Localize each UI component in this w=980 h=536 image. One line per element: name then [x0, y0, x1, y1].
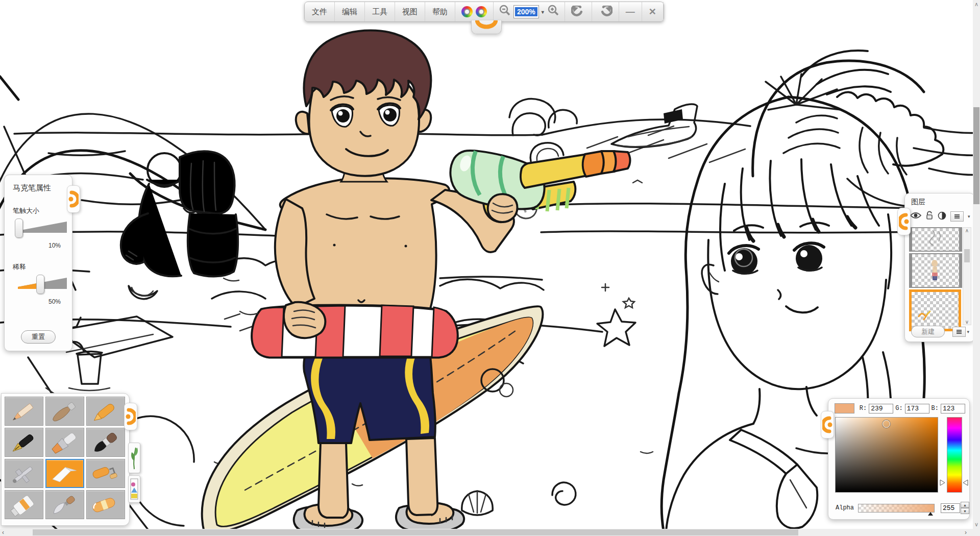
- brush-size-slider[interactable]: [12, 220, 67, 237]
- alpha-input[interactable]: [941, 503, 960, 513]
- zoom-in-icon[interactable]: [547, 4, 560, 19]
- horizontal-scroll-thumb[interactable]: [33, 529, 798, 535]
- layers-drag-handle[interactable]: [897, 208, 911, 235]
- slider-track[interactable]: [18, 222, 67, 233]
- palette-drag-handle[interactable]: [124, 403, 137, 430]
- slider-handle[interactable]: [36, 275, 44, 294]
- tool-eraser[interactable]: [86, 490, 125, 519]
- menu-file[interactable]: 文件: [305, 2, 335, 21]
- scroll-down-icon[interactable]: ∨: [973, 521, 980, 528]
- reset-button[interactable]: 重置: [21, 330, 56, 344]
- r-label: R:: [860, 405, 867, 412]
- brush-size-value: 10%: [5, 242, 61, 249]
- blend-dropdown-icon[interactable]: ▾: [968, 214, 970, 219]
- alpha-marker[interactable]: [928, 512, 933, 516]
- panel-drag-handle[interactable]: [67, 185, 80, 213]
- plant-icon: [130, 446, 138, 470]
- vertical-scroll-thumb[interactable]: [973, 107, 979, 204]
- minimize-button[interactable]: —: [619, 2, 642, 21]
- spinner-up-icon[interactable]: ▲: [961, 502, 969, 508]
- rainbow-target-icon: [476, 6, 487, 17]
- layer-item-3-selected[interactable]: [909, 289, 961, 331]
- undo-button[interactable]: [565, 2, 592, 21]
- blend-mode-button[interactable]: [950, 211, 964, 222]
- color-picker-panel: R: G: B: Alpha ▲ ▼: [828, 398, 970, 520]
- new-layer-button[interactable]: 新建: [911, 326, 945, 337]
- scroll-down-icon[interactable]: ∨: [965, 319, 969, 325]
- layer-scrollbar[interactable]: ∧ ∨: [963, 227, 971, 325]
- scroll-thumb[interactable]: [964, 249, 970, 262]
- alpha-spinner: ▲ ▼: [961, 502, 969, 514]
- tool-ink-brush[interactable]: [86, 428, 125, 457]
- tool-marker[interactable]: [45, 459, 84, 488]
- redo-icon: [598, 6, 612, 18]
- menu-edit[interactable]: 编辑: [335, 2, 365, 21]
- smile-icon: [475, 20, 498, 32]
- layers-panel: 图层 ▾ ∧ ∨ 新建 ▾: [904, 193, 975, 342]
- tool-palette-knife[interactable]: [45, 490, 84, 519]
- b-label: B:: [932, 405, 939, 412]
- picture-brush-tab[interactable]: [128, 475, 140, 503]
- b-input[interactable]: [941, 404, 965, 413]
- app-logo-buttons[interactable]: [455, 2, 494, 21]
- zoom-dropdown-icon[interactable]: ▾: [539, 9, 547, 15]
- scroll-up-icon[interactable]: ∧: [973, 1, 980, 8]
- visibility-eye-icon[interactable]: [910, 212, 921, 221]
- toolbar: 文件 编辑 工具 视图 帮助 200% ▾ — ✕: [304, 2, 664, 22]
- g-input[interactable]: [905, 404, 929, 413]
- dilute-slider[interactable]: [12, 276, 67, 293]
- close-button[interactable]: ✕: [642, 2, 664, 21]
- tool-airbrush[interactable]: [5, 459, 43, 488]
- menu-help[interactable]: 帮助: [425, 2, 455, 21]
- tool-grid: [2, 394, 129, 522]
- dilute-label: 稀释: [13, 262, 72, 272]
- tool-flat-brush[interactable]: [45, 428, 84, 457]
- vertical-scrollbar[interactable]: ∧ ∨: [973, 0, 980, 529]
- orange-grip-icon: [68, 189, 79, 209]
- alpha-slider[interactable]: [858, 504, 935, 513]
- zoom-controls: 200% ▾: [494, 2, 565, 21]
- slider-handle[interactable]: [15, 218, 23, 238]
- menu-view[interactable]: 视图: [395, 2, 425, 21]
- picture-icon: [130, 478, 138, 500]
- layer-item-2[interactable]: [909, 253, 962, 288]
- layer-item-1[interactable]: [909, 227, 962, 252]
- lock-icon[interactable]: [925, 211, 934, 222]
- layer-menu-button[interactable]: [952, 327, 966, 337]
- layer-menu-dropdown-icon[interactable]: ▾: [967, 329, 969, 334]
- opacity-icon[interactable]: [938, 211, 946, 222]
- tool-wood-brush[interactable]: [45, 397, 84, 426]
- spinner-down-icon[interactable]: ▼: [961, 508, 969, 514]
- saturation-value-square[interactable]: [835, 417, 938, 493]
- horizontal-scrollbar[interactable]: ‹ ›: [0, 529, 980, 536]
- list-icon: [954, 214, 960, 218]
- scroll-right-icon[interactable]: ›: [965, 529, 967, 536]
- zoom-level-field[interactable]: 200%: [513, 5, 539, 18]
- orange-grip-icon: [822, 415, 832, 435]
- toolbar-pull-tab[interactable]: [471, 20, 502, 34]
- dilute-value: 50%: [5, 298, 61, 305]
- menu-tools[interactable]: 工具: [365, 2, 395, 21]
- tool-pencil[interactable]: [5, 397, 43, 426]
- brush-size-label: 笔触大小: [13, 206, 72, 215]
- scroll-up-icon[interactable]: ∧: [965, 228, 969, 233]
- hue-marker-right[interactable]: [963, 479, 968, 486]
- r-input[interactable]: [869, 404, 893, 413]
- tool-paint-roller[interactable]: [86, 459, 125, 488]
- zoom-out-icon[interactable]: [498, 4, 511, 19]
- zoom-level-value: 200%: [515, 7, 537, 16]
- alpha-label: Alpha: [836, 504, 854, 511]
- hue-marker-left[interactable]: [940, 479, 945, 486]
- hue-bar[interactable]: [947, 417, 962, 493]
- scroll-left-icon[interactable]: ‹: [2, 529, 4, 536]
- marker-properties-panel: 马克笔属性 笔触大小 10% 稀释 50% 重置: [4, 175, 72, 351]
- tool-crayon[interactable]: [86, 397, 125, 426]
- panel-title: 马克笔属性: [5, 175, 72, 193]
- tool-fountain-pen[interactable]: [5, 428, 43, 457]
- redo-button[interactable]: [592, 2, 619, 21]
- plant-brush-tab[interactable]: [128, 443, 140, 473]
- color-cursor[interactable]: [883, 420, 890, 428]
- color-drag-handle[interactable]: [821, 411, 834, 438]
- tool-paint-tube[interactable]: [5, 490, 43, 519]
- layer-list: [909, 227, 962, 333]
